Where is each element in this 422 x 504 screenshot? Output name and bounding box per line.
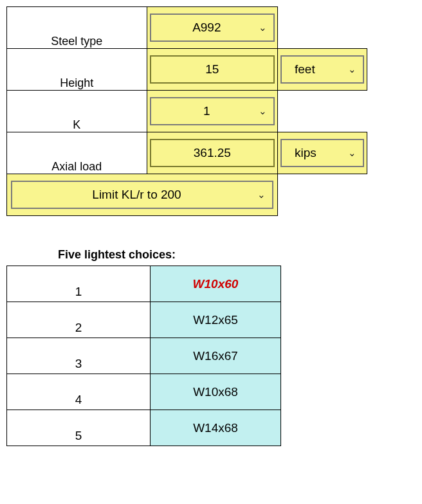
chevron-down-icon: ⌄: [348, 64, 356, 75]
table-row: 5 W14x68: [7, 410, 281, 446]
rank-cell: 5: [7, 410, 151, 446]
steel-type-label: Steel type: [7, 7, 147, 49]
shape-cell: W12x65: [151, 302, 281, 338]
table-row: 2 W12x65: [7, 302, 281, 338]
chevron-down-icon: ⌄: [259, 105, 267, 117]
height-unit-value: feet: [291, 62, 343, 76]
limit-dropdown[interactable]: Limit KL/r to 200 ⌄: [11, 181, 273, 209]
axial-unit-dropdown[interactable]: kips ⌄: [280, 139, 364, 167]
k-label: K: [7, 91, 147, 132]
height-label: Height: [7, 49, 147, 91]
chevron-down-icon: ⌄: [257, 189, 266, 201]
axial-load-input[interactable]: 361.25: [150, 139, 275, 167]
input-table: Steel type A992 ⌄ Height 15 feet ⌄ K 1: [6, 6, 367, 216]
axial-load-label: Axial load: [7, 132, 147, 174]
table-row: 3 W16x67: [7, 338, 281, 374]
steel-type-value: A992: [160, 21, 253, 35]
shape-cell-top: W10x60: [151, 266, 281, 302]
chevron-down-icon: ⌄: [259, 22, 267, 33]
rank-cell: 2: [7, 302, 151, 338]
results-table: 1 W10x60 2 W12x65 3 W16x67 4 W10x68 5 W1…: [6, 266, 281, 446]
shape-cell: W14x68: [151, 410, 281, 446]
height-input[interactable]: 15: [150, 55, 275, 84]
table-row: 4 W10x68: [7, 374, 281, 410]
steel-type-dropdown[interactable]: A992 ⌄: [150, 14, 275, 42]
rank-cell: 3: [7, 338, 151, 374]
k-value: 1: [160, 104, 253, 118]
limit-value: Limit KL/r to 200: [21, 188, 252, 202]
results-heading: Five lightest choices:: [58, 248, 416, 262]
axial-unit-value: kips: [291, 146, 343, 160]
height-unit-dropdown[interactable]: feet ⌄: [280, 55, 364, 84]
axial-load-value: 361.25: [194, 146, 231, 160]
shape-cell: W16x67: [151, 338, 281, 374]
shape-cell: W10x68: [151, 374, 281, 410]
height-value: 15: [205, 62, 219, 76]
chevron-down-icon: ⌄: [348, 147, 356, 159]
k-dropdown[interactable]: 1 ⌄: [150, 97, 275, 125]
rank-cell: 4: [7, 374, 151, 410]
rank-cell: 1: [7, 266, 151, 302]
table-row: 1 W10x60: [7, 266, 281, 302]
